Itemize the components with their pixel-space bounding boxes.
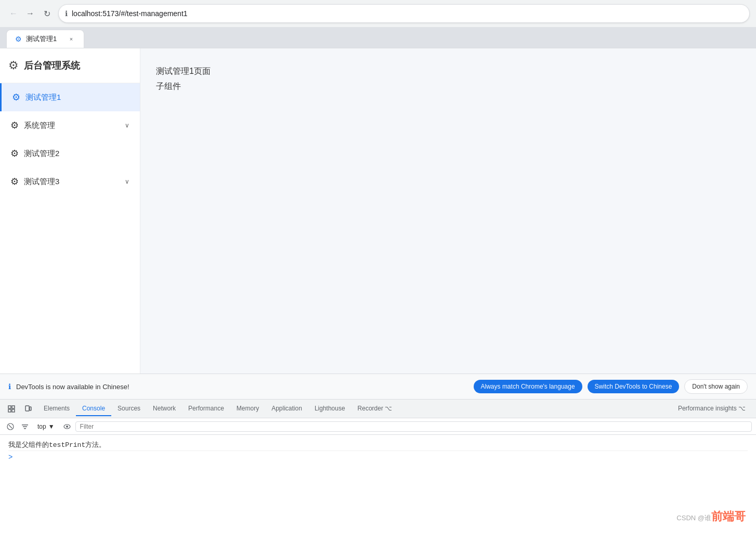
csdn-watermark-text: 前端哥 [711, 510, 746, 523]
browser-chrome: ← → ↻ ℹ localhost:5173/#/test-management… [0, 0, 756, 48]
svg-point-12 [66, 426, 68, 428]
top-selector-label: top [37, 423, 46, 430]
console-line-1: 我是父组件的testPrint方法。 [8, 439, 748, 451]
tab-title: 测试管理1 [26, 34, 63, 44]
address-text: localhost:5173/#/test-management1 [72, 9, 743, 18]
address-info-icon: ℹ [65, 9, 68, 18]
match-language-button[interactable]: Always match Chrome's language [474, 380, 582, 393]
nav-buttons: ← → ↻ [6, 6, 54, 21]
devtools-tab-elements[interactable]: Elements [37, 402, 76, 416]
devtools-info-icon: ℹ [8, 382, 11, 391]
sidebar-item-chevron-sys-mgmt: ∨ [125, 122, 129, 129]
devtools-tab-console[interactable]: Console [76, 402, 111, 416]
console-filter-toggle[interactable] [19, 420, 31, 433]
top-selector-chevron: ▼ [48, 423, 55, 430]
console-output: 我是父组件的testPrint方法。 > [0, 435, 756, 540]
svg-rect-2 [8, 409, 11, 412]
console-filter-input[interactable] [75, 421, 752, 432]
sidebar-item-sys-mgmt[interactable]: ⚙ 系统管理 ∨ [0, 111, 140, 139]
devtools-notification: ℹ DevTools is now available in Chinese! … [0, 374, 756, 400]
app-wrapper: ⚙ 后台管理系统 ⚙ 测试管理1 ⚙ 系统管理 ∨ ⚙ 测试管理2 ⚙ 测试管理… [0, 48, 756, 374]
svg-rect-8 [22, 425, 28, 426]
tab-close-button[interactable]: × [67, 35, 75, 43]
devtools-inspect-button[interactable] [4, 402, 19, 416]
console-clear-button[interactable] [4, 420, 17, 433]
switch-to-chinese-button[interactable]: Switch DevTools to Chinese [588, 380, 680, 393]
sidebar-item-chevron-test-mgmt3: ∨ [125, 178, 129, 185]
svg-rect-0 [8, 406, 11, 408]
devtools-tabs: Elements Console Sources Network Perform… [0, 400, 756, 418]
devtools-tab-performance[interactable]: Performance [182, 402, 230, 416]
devtools-tab-perf-insights[interactable]: Performance insights ⌥ [672, 402, 752, 416]
sidebar-item-test-mgmt2[interactable]: ⚙ 测试管理2 [0, 139, 140, 168]
address-bar[interactable]: ℹ localhost:5173/#/test-management1 [58, 4, 750, 23]
devtools-tab-memory[interactable]: Memory [230, 402, 265, 416]
sidebar-item-test-mgmt3[interactable]: ⚙ 测试管理3 ∨ [0, 168, 140, 196]
sidebar-title: 后台管理系统 [24, 59, 80, 72]
console-prompt[interactable]: > [8, 451, 748, 464]
svg-rect-10 [24, 428, 26, 429]
sidebar-item-label-sys-mgmt: 系统管理 [24, 121, 120, 131]
devtools-tab-network[interactable]: Network [147, 402, 182, 416]
devtools-tab-sources[interactable]: Sources [111, 402, 147, 416]
devtools-tab-recorder[interactable]: Recorder ⌥ [351, 402, 399, 416]
sidebar-item-label-test-mgmt1: 测试管理1 [25, 93, 129, 102]
console-toolbar: top ▼ [0, 418, 756, 435]
svg-rect-5 [30, 407, 31, 410]
refresh-button[interactable]: ↻ [40, 6, 54, 21]
sidebar-header: ⚙ 后台管理系统 [0, 48, 140, 83]
forward-button[interactable]: → [23, 6, 37, 21]
content-text: 测试管理1页面 子组件 [156, 64, 740, 94]
csdn-watermark: CSDN @谁前端哥 [676, 509, 746, 524]
svg-rect-4 [25, 406, 29, 411]
devtools-tab-lighthouse[interactable]: Lighthouse [308, 402, 351, 416]
sidebar-item-icon-sys-mgmt: ⚙ [10, 120, 19, 131]
csdn-prefix: CSDN @谁 [676, 514, 711, 522]
console-context-selector[interactable]: top ▼ [33, 422, 59, 431]
content-line2: 子组件 [156, 79, 740, 94]
sidebar-item-icon-test-mgmt2: ⚙ [10, 148, 19, 159]
browser-toolbar: ← → ↻ ℹ localhost:5173/#/test-management… [0, 0, 756, 27]
devtools-panel: ℹ DevTools is now available in Chinese! … [0, 374, 756, 540]
sidebar-logo-icon: ⚙ [8, 59, 19, 72]
tab-icon: ⚙ [15, 35, 22, 43]
devtools-notification-text: DevTools is now available in Chinese! [16, 383, 468, 391]
browser-tab[interactable]: ⚙ 测试管理1 × [6, 30, 84, 48]
sidebar-item-icon-test-mgmt3: ⚙ [10, 176, 19, 187]
devtools-device-button[interactable] [21, 402, 35, 416]
main-content: 测试管理1页面 子组件 [140, 48, 756, 374]
svg-line-7 [9, 425, 12, 428]
content-line1: 测试管理1页面 [156, 64, 740, 79]
svg-rect-3 [12, 409, 15, 412]
svg-rect-1 [12, 406, 15, 408]
tab-bar: ⚙ 测试管理1 × [0, 27, 756, 48]
console-eye-button[interactable] [61, 420, 73, 433]
dont-show-again-button[interactable]: Don't show again [684, 379, 748, 394]
sidebar-item-test-mgmt1[interactable]: ⚙ 测试管理1 [0, 83, 140, 111]
sidebar-item-label-test-mgmt2: 测试管理2 [24, 149, 129, 159]
back-button[interactable]: ← [6, 6, 21, 21]
sidebar: ⚙ 后台管理系统 ⚙ 测试管理1 ⚙ 系统管理 ∨ ⚙ 测试管理2 ⚙ 测试管理… [0, 48, 140, 374]
devtools-tab-application[interactable]: Application [265, 402, 308, 416]
sidebar-item-label-test-mgmt3: 测试管理3 [24, 177, 120, 187]
svg-rect-9 [23, 426, 27, 427]
sidebar-item-icon-test-mgmt1: ⚙ [12, 92, 20, 103]
